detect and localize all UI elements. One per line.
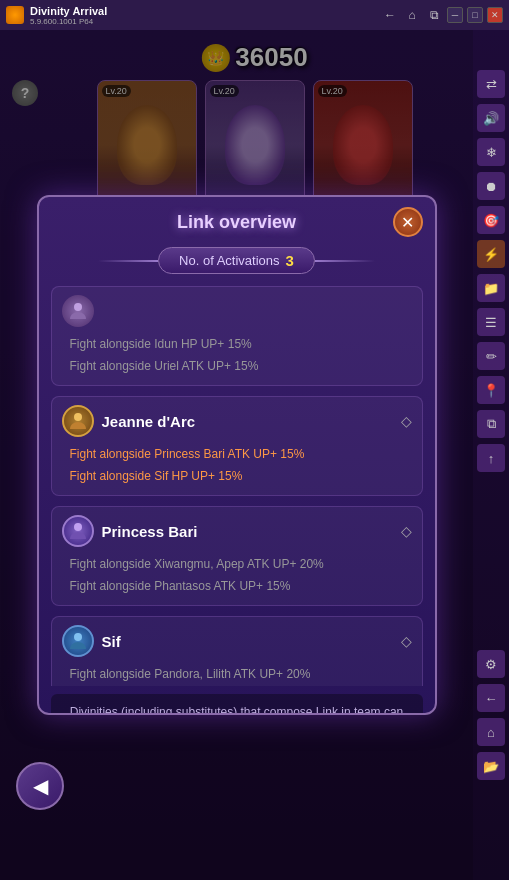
link-1-1: Fight alongside Sif HP UP+ 15% <box>62 465 412 487</box>
link-3-1: Fight alongside Uriel HP UP+ 15% <box>62 685 412 686</box>
close-button[interactable]: ✕ <box>487 7 503 23</box>
maximize-button[interactable]: □ <box>467 7 483 23</box>
svg-point-2 <box>74 523 82 531</box>
folder-icon[interactable]: 📁 <box>477 274 505 302</box>
char-section-1: Jeanne d'Arc ◇ Fight alongside Princess … <box>51 396 423 496</box>
link-0-1: Fight alongside Uriel ATK UP+ 15% <box>62 355 412 377</box>
char-section-2-header: Princess Bari ◇ <box>62 515 412 547</box>
app-title-group: Divinity Arrival 5.9.600.1001 P64 <box>30 5 107 26</box>
char-3-link-icon: ◇ <box>401 633 412 649</box>
nav-back-btn[interactable]: ← <box>381 6 399 24</box>
activations-count: 3 <box>286 252 294 269</box>
pin-icon[interactable]: 📍 <box>477 376 505 404</box>
export-icon[interactable]: ↑ <box>477 444 505 472</box>
link-2-1: Fight alongside Phantasos ATK UP+ 15% <box>62 575 412 597</box>
home-icon[interactable]: ⌂ <box>477 718 505 746</box>
edit-icon[interactable]: ✏ <box>477 342 505 370</box>
activations-line-left <box>98 260 158 262</box>
char-3-name: Sif <box>102 633 121 650</box>
activations-badge: No. of Activations 3 <box>158 247 315 274</box>
game-area: 👑 36050 ? Lv.20 Lv.20 Lv.20 <box>0 30 509 880</box>
char-2-name: Princess Bari <box>102 523 198 540</box>
app-subtitle: 5.9.600.1001 P64 <box>30 17 107 26</box>
char-section-3-header: Sif ◇ <box>62 625 412 657</box>
app-icon <box>6 6 24 24</box>
svg-point-0 <box>74 303 82 311</box>
char-section-1-header: Jeanne d'Arc ◇ <box>62 405 412 437</box>
char-section-0: Fight alongside Idun HP UP+ 15% Fight al… <box>51 286 423 386</box>
nav-home-btn[interactable]: ⌂ <box>403 6 421 24</box>
modal-overlay: Link overview ✕ No. of Activations 3 <box>0 30 473 880</box>
layers-icon[interactable]: ⧉ <box>477 410 505 438</box>
link-overview-modal: Link overview ✕ No. of Activations 3 <box>37 195 437 715</box>
arrow-button[interactable]: ◀ <box>16 762 64 810</box>
sound-icon[interactable]: 🔊 <box>477 104 505 132</box>
char-3-avatar <box>62 625 94 657</box>
char-section-3: Sif ◇ Fight alongside Pandora, Lilith AT… <box>51 616 423 686</box>
activations-label: No. of Activations <box>179 253 279 268</box>
link-3-0: Fight alongside Pandora, Lilith ATK UP+ … <box>62 663 412 685</box>
activations-row: No. of Activations 3 <box>39 247 435 274</box>
char-0-avatar <box>62 295 94 327</box>
title-bar: Divinity Arrival 5.9.600.1001 P64 ← ⌂ ⧉ … <box>0 0 509 30</box>
modal-scroll-area[interactable]: Fight alongside Idun HP UP+ 15% Fight al… <box>39 286 435 686</box>
svg-point-1 <box>74 413 82 421</box>
char-2-avatar <box>62 515 94 547</box>
char-1-name: Jeanne d'Arc <box>102 413 196 430</box>
modal-title: Link overview <box>177 212 296 233</box>
freeze-icon[interactable]: ❄ <box>477 138 505 166</box>
activations-line-right <box>315 260 375 262</box>
char-section-2: Princess Bari ◇ Fight alongside Xiwangmu… <box>51 506 423 606</box>
char-1-avatar <box>62 405 94 437</box>
swap-icon[interactable]: ⇄ <box>477 70 505 98</box>
char-2-link-icon: ◇ <box>401 523 412 539</box>
back-icon[interactable]: ← <box>477 684 505 712</box>
directory-icon[interactable]: 📂 <box>477 752 505 780</box>
settings-icon[interactable]: ⚙ <box>477 650 505 678</box>
tooltip-bar: Divinities (including substitutes) that … <box>51 694 423 715</box>
enhance-icon[interactable]: ⚡ <box>477 240 505 268</box>
char-1-link-icon: ◇ <box>401 413 412 429</box>
modal-title-bar: Link overview ✕ <box>39 197 435 247</box>
minimize-button[interactable]: ─ <box>447 7 463 23</box>
nav-pages-btn[interactable]: ⧉ <box>425 6 443 24</box>
char-section-0-header <box>62 295 412 327</box>
list-icon[interactable]: ☰ <box>477 308 505 336</box>
svg-point-3 <box>74 633 82 641</box>
link-1-0: Fight alongside Princess Bari ATK UP+ 15… <box>62 443 412 465</box>
record-icon[interactable]: ⏺ <box>477 172 505 200</box>
tooltip-text: Divinities (including substitutes) that … <box>70 705 404 715</box>
link-2-0: Fight alongside Xiwangmu, Apep ATK UP+ 2… <box>62 553 412 575</box>
window-controls: ← ⌂ ⧉ ─ □ ✕ <box>381 6 503 24</box>
right-panel: ⇄ 🔊 ❄ ⏺ 🎯 ⚡ 📁 ☰ ✏ 📍 ⧉ ↑ ⚙ ← ⌂ 📂 <box>473 30 509 880</box>
arrow-icon: ◀ <box>33 774 48 798</box>
modal-close-button[interactable]: ✕ <box>393 207 423 237</box>
target-icon[interactable]: 🎯 <box>477 206 505 234</box>
app-title: Divinity Arrival <box>30 5 107 17</box>
link-0-0: Fight alongside Idun HP UP+ 15% <box>62 333 412 355</box>
